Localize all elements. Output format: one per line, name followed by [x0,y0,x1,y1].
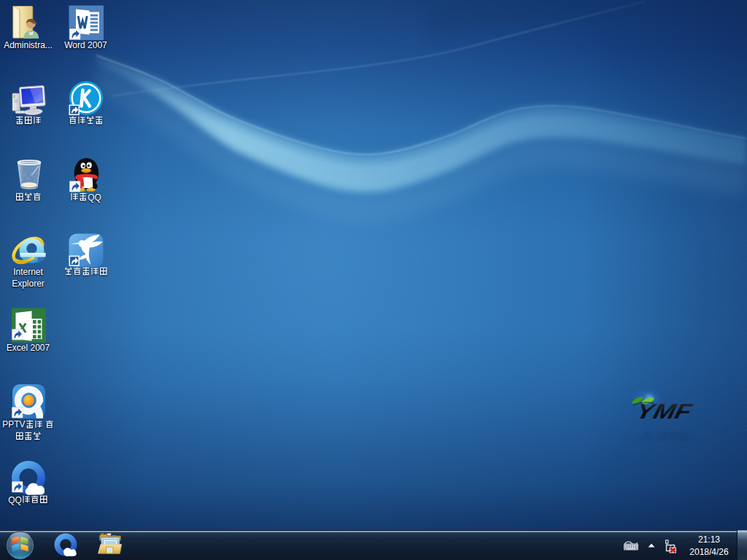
svg-text:YMF: YMF [635,399,696,423]
svg-text:YMF: YMF [637,429,696,443]
